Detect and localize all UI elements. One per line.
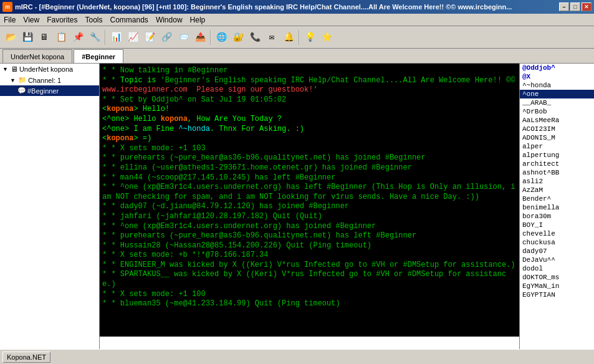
chat-message-line: * * X sets mode: +1 100 <box>102 290 517 300</box>
tool-btn-17[interactable]: 🔔 <box>280 29 297 46</box>
user-list-item[interactable]: bora30m <box>520 212 594 221</box>
user-list-item[interactable]: ADONIS_M <box>520 133 594 142</box>
tab-beginner[interactable]: #Beginner <box>74 49 123 63</box>
tree-expand-server: ▼ <box>2 66 8 72</box>
tool-btn-9[interactable]: 📝 <box>141 29 158 46</box>
status-network: Kopona.NET <box>2 352 50 363</box>
user-list-item[interactable]: chevelle <box>520 229 594 238</box>
status-bar: Kopona.NET <box>0 349 594 364</box>
chat-message-line: * * Set by Oddjob^ on Sat Jul 19 01:05:0… <box>102 95 517 105</box>
chat-message-line: * * man44 (~scoop@217.145.10.245) has le… <box>102 173 517 183</box>
tool-btn-14[interactable]: 🔐 <box>230 29 246 46</box>
menu-window[interactable]: Window <box>152 14 186 26</box>
user-list-item[interactable]: ^DrBob <box>520 107 594 116</box>
chat-input[interactable] <box>100 337 519 349</box>
status-network-label: Kopona.NET <box>7 353 46 361</box>
tool-btn-13[interactable]: 🌐 <box>213 29 229 46</box>
menu-file[interactable]: File <box>0 14 19 26</box>
chat-message-line: * * blueman35 (~me@41.233.184.99) Quit (… <box>102 299 517 309</box>
user-list-item[interactable]: dOKTOR_ms <box>520 273 594 282</box>
menu-view[interactable]: View <box>19 14 43 26</box>
user-list-item[interactable]: alper <box>520 142 594 151</box>
user-list-item[interactable]: alpertung <box>520 151 594 160</box>
chat-message-line: * * Hussain28 (~Hassan28@85.154.200.226)… <box>102 241 517 251</box>
user-list-item[interactable]: AzZaM <box>520 186 594 194</box>
tab-undernet-label: UnderNet kopona <box>11 53 64 60</box>
user-list-item[interactable]: ashnot^BB <box>520 168 594 177</box>
user-list-item[interactable]: EgYMaN_in <box>520 282 594 290</box>
toolbar-separator-1 <box>105 30 106 45</box>
tree-channel-beginner[interactable]: 💬 #Beginner <box>0 85 99 96</box>
close-button[interactable]: ✕ <box>582 2 592 11</box>
channel-icon: 💬 <box>17 87 26 95</box>
user-list-item[interactable]: @X <box>520 72 594 81</box>
tool-btn-8[interactable]: 📈 <box>125 29 141 46</box>
minimize-button[interactable]: – <box>559 2 569 11</box>
tab-bar: UnderNet kopona #Beginner <box>0 49 594 64</box>
tool-btn-3[interactable]: 🖥 <box>36 29 52 46</box>
user-list-item[interactable]: benimella <box>520 203 594 212</box>
menu-help[interactable]: Help <box>186 14 209 26</box>
chat-message-line: * * Now talking in #Beginner <box>102 66 517 76</box>
user-list: @Oddjob^@X^~honda^one__ARAB_^DrBobAaLsMe… <box>519 64 594 349</box>
tab-beginner-label: #Beginner <box>82 53 115 60</box>
chat-message-line: * * Topic is 'Beginner's English speakin… <box>102 76 517 95</box>
chat-message-line: * * ^one (xp@Em3r1c4.users.undernet.org)… <box>102 222 517 232</box>
tool-btn-7[interactable]: 📊 <box>108 29 124 46</box>
tree-channel-folder[interactable]: ▼ 📁 Channel: 1 <box>0 75 99 85</box>
user-list-item[interactable]: @Oddjob^ <box>520 64 594 72</box>
chat-message-line: <kopona> =) <box>102 134 517 144</box>
app-icon: m <box>2 2 12 12</box>
toolbar: 📂 💾 🖥 📋 📌 🔧 📊 📈 📝 🔗 📨 📤 🌐 🔐 📞 ✉ 🔔 💡 ⭐ <box>0 26 594 49</box>
tree-server[interactable]: ▼ 🖥 UnderNet kopona <box>0 64 99 75</box>
folder-icon: 📁 <box>18 76 27 84</box>
tool-btn-2[interactable]: 💾 <box>19 29 36 46</box>
chat-message-line: * * ENGINEER_M was kicked by X ((Keri) V… <box>102 261 517 271</box>
chat-message-line: * * dady07 (~d.jianu@84.79.12.120) has j… <box>102 202 517 212</box>
tool-btn-15[interactable]: 📞 <box>247 29 263 46</box>
chat-message-line: <^one> Hello kopona, How Are You Today ? <box>102 115 517 125</box>
tool-btn-1[interactable]: 📂 <box>2 29 19 46</box>
tab-undernet[interactable]: UnderNet kopona <box>2 49 72 63</box>
maximize-button[interactable]: □ <box>570 2 580 11</box>
chat-messages[interactable]: * * Now talking in #Beginner* * Topic is… <box>100 64 519 337</box>
user-list-item[interactable]: asli2 <box>520 177 594 186</box>
user-list-item[interactable]: DeJaVu^^ <box>520 256 594 264</box>
user-list-item[interactable]: architect <box>520 160 594 168</box>
user-list-item[interactable]: EGYPTIAN <box>520 290 594 299</box>
user-list-item[interactable]: Bender^ <box>520 194 594 203</box>
tool-btn-5[interactable]: 📌 <box>70 29 86 46</box>
chat-message-line: * * SPARTAKUS__ was kicked by X ((Keri) … <box>102 270 517 289</box>
chat-message-line: * * X sets mode: +1 103 <box>102 144 517 154</box>
chat-message-line: * * jahfari (~jahfari@120.28.197.182) Qu… <box>102 212 517 222</box>
tool-btn-19[interactable]: ⭐ <box>319 29 335 46</box>
tool-btn-12[interactable]: 📤 <box>192 29 208 46</box>
toolbar-separator-3 <box>299 30 300 45</box>
tool-btn-16[interactable]: ✉ <box>264 29 280 46</box>
user-list-item[interactable]: ^one <box>520 90 594 98</box>
user-list-item[interactable]: ACOI23IM <box>520 125 594 133</box>
user-list-item[interactable]: __ARAB_ <box>520 98 594 107</box>
tool-btn-11[interactable]: 📨 <box>175 29 191 46</box>
user-list-item[interactable]: dady07 <box>520 247 594 256</box>
menu-tools[interactable]: Tools <box>82 14 107 26</box>
chat-message-line: * * X sets mode: +b *!*@78.166.187.34 <box>102 251 517 261</box>
chat-message-line: <kopona> Hello! <box>102 105 517 115</box>
tool-btn-18[interactable]: 💡 <box>302 29 318 46</box>
tool-btn-6[interactable]: 🔧 <box>87 29 103 46</box>
tool-btn-4[interactable]: 📋 <box>53 29 69 46</box>
menu-commands[interactable]: Commands <box>107 14 152 26</box>
user-list-item[interactable]: chuckusa <box>520 238 594 247</box>
main-area: ▼ 🖥 UnderNet kopona ▼ 📁 Channel: 1 💬 #Be… <box>0 64 594 349</box>
chat-area: * * Now talking in #Beginner* * Topic is… <box>100 64 519 349</box>
user-list-item[interactable]: BOY_I <box>520 221 594 229</box>
user-list-item[interactable]: AaLsMeeRa <box>520 116 594 125</box>
sidebar: ▼ 🖥 UnderNet kopona ▼ 📁 Channel: 1 💬 #Be… <box>0 64 100 349</box>
tool-btn-10[interactable]: 🔗 <box>158 29 175 46</box>
user-list-item[interactable]: dodol <box>520 264 594 273</box>
server-label: UnderNet kopona <box>19 65 73 73</box>
tree-expand-folder: ▼ <box>10 77 16 84</box>
user-list-item[interactable]: ^~honda <box>520 81 594 90</box>
chat-message-line: * * ^one (xp@Em3r1c4.users.undernet.org)… <box>102 183 517 202</box>
menu-favorites[interactable]: Favorites <box>43 14 81 26</box>
